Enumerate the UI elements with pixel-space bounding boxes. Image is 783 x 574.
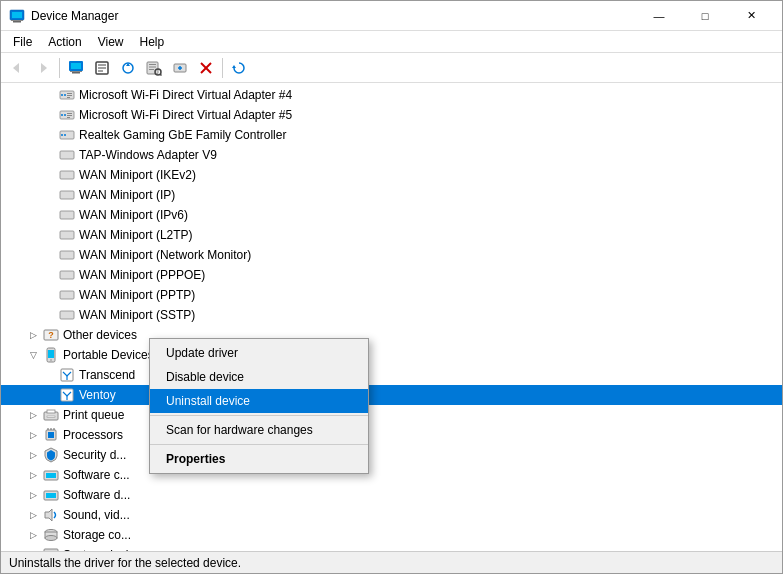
svg-point-30: [64, 94, 66, 96]
forward-button[interactable]: [31, 56, 55, 80]
ctx-scan-hardware[interactable]: Scan for hardware changes: [150, 418, 368, 442]
item-label: Storage co...: [63, 528, 131, 542]
status-bar: Uninstalls the driver for the selected d…: [1, 551, 782, 573]
list-item[interactable]: WAN Miniport (IP): [1, 185, 782, 205]
svg-rect-3: [11, 20, 23, 21]
ctx-properties[interactable]: Properties: [150, 447, 368, 471]
menu-file[interactable]: File: [5, 33, 40, 51]
svg-point-36: [64, 114, 66, 116]
security-item[interactable]: ▷ Security d...: [1, 445, 782, 465]
softwarec-item[interactable]: ▷ Software c...: [1, 465, 782, 485]
update-driver-button[interactable]: [116, 56, 140, 80]
maximize-button[interactable]: □: [682, 1, 728, 31]
list-item[interactable]: TAP-Windows Adapter V9: [1, 145, 782, 165]
sound-item[interactable]: ▷ Sound, vid...: [1, 505, 782, 525]
item-label: WAN Miniport (IKEv2): [79, 168, 196, 182]
refresh-button[interactable]: [227, 56, 251, 80]
transcend-item[interactable]: Transcend: [1, 365, 782, 385]
security-icon: [43, 447, 59, 463]
back-button[interactable]: [5, 56, 29, 80]
device-icon: [59, 207, 75, 223]
list-item[interactable]: WAN Miniport (IKEv2): [1, 165, 782, 185]
item-label: System devices: [63, 548, 147, 551]
expand-icon: ▷: [25, 527, 41, 543]
list-item[interactable]: WAN Miniport (Network Monitor): [1, 245, 782, 265]
list-item[interactable]: WAN Miniport (IPv6): [1, 205, 782, 225]
list-item[interactable]: WAN Miniport (SSTP): [1, 305, 782, 325]
menu-view[interactable]: View: [90, 33, 132, 51]
ventoy-item[interactable]: Ventoy: [1, 385, 782, 405]
device-tree[interactable]: Microsoft Wi-Fi Direct Virtual Adapter #…: [1, 83, 782, 551]
uninstall-button[interactable]: [194, 56, 218, 80]
expand-icon: [41, 267, 57, 283]
add-legacy-button[interactable]: [168, 56, 192, 80]
svg-rect-16: [147, 62, 158, 74]
svg-point-35: [61, 114, 63, 116]
device-icon: [59, 187, 75, 203]
ctx-separator-2: [150, 444, 368, 445]
item-label: Security d...: [63, 448, 126, 462]
transcend-icon: [59, 367, 75, 383]
other-devices-icon: ?: [43, 327, 59, 343]
svg-rect-62: [47, 410, 55, 413]
expand-icon: ▷: [25, 407, 41, 423]
device-icon: [59, 287, 75, 303]
portable-devices-icon: [43, 347, 59, 363]
svg-rect-77: [44, 549, 58, 551]
ctx-disable-device[interactable]: Disable device: [150, 365, 368, 389]
printqueue-item[interactable]: ▷ Print queue: [1, 405, 782, 425]
item-label: TAP-Windows Adapter V9: [79, 148, 217, 162]
expand-icon: [41, 187, 57, 203]
ctx-uninstall-device[interactable]: Uninstall device: [150, 389, 368, 413]
expand-icon: ▷: [25, 467, 41, 483]
svg-rect-7: [71, 63, 81, 69]
svg-point-41: [61, 134, 63, 136]
svg-rect-51: [60, 311, 74, 319]
list-item[interactable]: WAN Miniport (L2TP): [1, 225, 782, 245]
list-item[interactable]: Microsoft Wi-Fi Direct Virtual Adapter #…: [1, 85, 782, 105]
softwarec-icon: [43, 467, 59, 483]
softwared-item[interactable]: ▷ Software d...: [1, 485, 782, 505]
svg-rect-63: [47, 416, 55, 418]
menu-action[interactable]: Action: [40, 33, 89, 51]
item-label: Portable Devices: [63, 348, 154, 362]
svg-rect-32: [67, 95, 72, 96]
list-item[interactable]: WAN Miniport (PPTP): [1, 285, 782, 305]
list-item[interactable]: Realtek Gaming GbE Family Controller: [1, 125, 782, 145]
svg-text:?: ?: [48, 330, 54, 340]
status-text: Uninstalls the driver for the selected d…: [9, 556, 241, 570]
item-label: WAN Miniport (PPPOE): [79, 268, 205, 282]
list-item[interactable]: Microsoft Wi-Fi Direct Virtual Adapter #…: [1, 105, 782, 125]
properties-button[interactable]: [90, 56, 114, 80]
expand-icon: [41, 387, 57, 403]
svg-rect-44: [60, 171, 74, 179]
item-label: Software d...: [63, 488, 130, 502]
expand-icon: ▷: [25, 547, 41, 551]
other-devices-expand-icon: ▷: [25, 327, 41, 343]
scan-button[interactable]: [142, 56, 166, 80]
main-content: Microsoft Wi-Fi Direct Virtual Adapter #…: [1, 83, 782, 551]
minimize-button[interactable]: —: [636, 1, 682, 31]
other-devices-item[interactable]: ▷ ? Other devices: [1, 325, 782, 345]
svg-rect-2: [13, 21, 21, 23]
item-label: WAN Miniport (L2TP): [79, 228, 193, 242]
device-manager-window: Device Manager — □ ✕ File Action View He…: [0, 0, 783, 574]
svg-rect-9: [70, 71, 82, 72]
systemdevices-item[interactable]: ▷ System devices: [1, 545, 782, 551]
device-icon: [59, 247, 75, 263]
device-manager-button[interactable]: [64, 56, 88, 80]
svg-rect-46: [60, 211, 74, 219]
portable-devices-item[interactable]: ▽ Portable Devices: [1, 345, 782, 365]
storage-item[interactable]: ▷ Storage co...: [1, 525, 782, 545]
device-icon: [59, 87, 75, 103]
ctx-update-driver[interactable]: Update driver: [150, 341, 368, 365]
close-button[interactable]: ✕: [728, 1, 774, 31]
processors-item[interactable]: ▷ Processors: [1, 425, 782, 445]
menu-help[interactable]: Help: [132, 33, 173, 51]
list-item[interactable]: WAN Miniport (PPPOE): [1, 265, 782, 285]
portable-devices-expand-icon: ▽: [25, 347, 41, 363]
expand-icon: [41, 307, 57, 323]
context-menu: Update driver Disable device Uninstall d…: [149, 338, 369, 474]
expand-icon: [41, 227, 57, 243]
expand-icon: [41, 367, 57, 383]
